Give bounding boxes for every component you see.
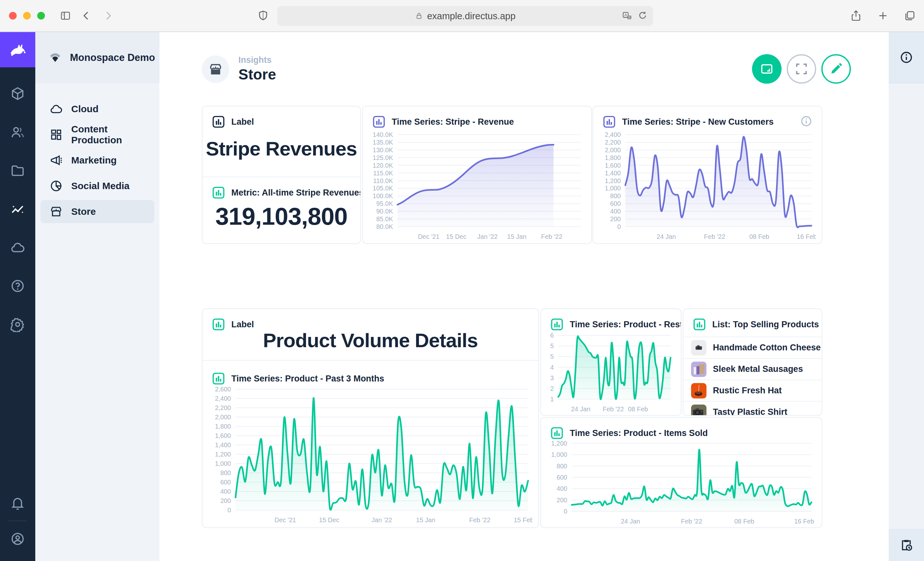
svg-text:16 Feb: 16 Feb (796, 233, 816, 240)
module-settings-icon[interactable] (0, 305, 35, 344)
svg-text:200: 200 (220, 497, 231, 504)
product-thumbnail (691, 405, 706, 416)
svg-text:Feb '22: Feb '22 (541, 233, 562, 240)
svg-text:600: 600 (220, 479, 231, 486)
pencil-icon (829, 62, 843, 76)
svg-text:2,200: 2,200 (215, 404, 231, 411)
metric-value: 319,103,800 (202, 202, 360, 230)
svg-text:90.0K: 90.0K (376, 208, 393, 215)
svg-text:08 Feb: 08 Feb (628, 405, 648, 413)
window-controls[interactable] (9, 12, 45, 19)
breadcrumb[interactable]: Insights (238, 55, 276, 65)
svg-text:1,800: 1,800 (215, 423, 231, 430)
sidebar-item-store[interactable]: Store (40, 200, 154, 223)
sidebar-info-button[interactable] (889, 32, 924, 83)
module-help-icon[interactable] (0, 267, 35, 305)
fullscreen-button[interactable] (787, 54, 816, 84)
svg-text:1,600: 1,600 (605, 162, 621, 169)
bar-chart-icon (372, 115, 386, 129)
sidebar-item-cloud[interactable]: Cloud (40, 97, 154, 121)
svg-text:120.0K: 120.0K (373, 162, 393, 169)
product-thumbnail (691, 362, 706, 377)
back-button[interactable] (80, 9, 93, 22)
present-mode-button[interactable] (752, 54, 782, 84)
svg-text:400: 400 (220, 488, 231, 495)
project-name: Monospace Demo (70, 52, 155, 63)
svg-text:24 Jan: 24 Jan (657, 233, 676, 240)
bar-chart-icon (550, 426, 564, 440)
panel-label-stripe[interactable]: Label Stripe Revenues Metric: All-time S… (202, 106, 361, 244)
svg-text:2,000: 2,000 (215, 414, 231, 420)
sidebar-item-social-media[interactable]: Social Media (40, 174, 154, 197)
panel-new-customers[interactable]: Time Series: Stripe - New Customers 2,40… (592, 106, 822, 244)
bell-icon (10, 495, 26, 511)
bar-chart-icon (550, 317, 564, 332)
panel-title: Time Series: Stripe - Revenue (392, 117, 514, 127)
svg-text:1,200: 1,200 (215, 451, 231, 458)
info-icon[interactable] (800, 115, 813, 129)
notifications-icon[interactable] (0, 485, 35, 521)
panel-title: Metric: All-time Stripe Revenues (231, 188, 361, 198)
product-name: Handmade Cotton Cheese (713, 343, 821, 353)
minimize-window-button[interactable] (23, 12, 31, 19)
list-item[interactable]: Tasty Plastic Shirt (683, 401, 822, 416)
forward-button[interactable] (101, 9, 114, 22)
megaphone-icon (50, 154, 63, 167)
grid-icon (50, 128, 63, 141)
svg-text:800: 800 (610, 192, 621, 199)
project-header[interactable]: Monospace Demo (35, 32, 159, 83)
reload-icon[interactable] (637, 10, 648, 21)
panel-stripe-revenue[interactable]: Time Series: Stripe - Revenue 140.0K135.… (362, 106, 592, 244)
list-item[interactable]: Sleek Metal Sausages (683, 358, 822, 380)
svg-text:16 Feb: 16 Feb (794, 518, 814, 525)
sidebar-item-marketing[interactable]: Marketing (40, 149, 154, 172)
restocks-chart: 655432124 JanFeb '2208 Feb (543, 332, 675, 414)
module-files-icon[interactable] (0, 151, 35, 190)
sidebar-item-label: Store (71, 206, 96, 217)
svg-text:Dec '21: Dec '21 (418, 233, 440, 240)
new-customers-chart: 2,4002,2002,0001,8001,6001,4001,2001,000… (596, 132, 816, 241)
dashboard-icon-circle (202, 55, 230, 83)
new-tab-icon[interactable] (876, 9, 890, 22)
directus-logo[interactable] (0, 32, 35, 67)
svg-text:6: 6 (550, 332, 554, 339)
sidebar-item-content-production[interactable]: Content Production (40, 123, 154, 146)
panel-items-sold[interactable]: Time Series: Product - Items Sold 1,2001… (540, 417, 822, 528)
address-bar[interactable]: example.directus.app A文 (277, 6, 653, 26)
svg-text:100.0K: 100.0K (373, 192, 393, 199)
close-window-button[interactable] (9, 12, 16, 19)
clipboard-clock-icon (899, 538, 914, 552)
browser-sidebar-toggle-icon[interactable] (59, 9, 72, 22)
tab-overview-icon[interactable] (903, 9, 916, 22)
panel-top-products[interactable]: List: Top Selling Products Handmade Cott… (683, 308, 822, 416)
svg-text:1,800: 1,800 (605, 154, 621, 161)
panel-restocks[interactable]: Time Series: Product - Restocks 65543212… (540, 308, 681, 416)
sidebar-activity-button[interactable] (889, 529, 924, 561)
translate-icon[interactable]: A文 (622, 10, 633, 21)
svg-text:95.0K: 95.0K (376, 200, 393, 207)
module-users-icon[interactable] (0, 113, 35, 151)
svg-text:1,200: 1,200 (551, 440, 567, 447)
svg-text:15 Jan: 15 Jan (416, 516, 435, 524)
svg-text:3: 3 (550, 374, 554, 381)
items-sold-chart: 1,2001,000800600400200024 JanFeb '2208 F… (543, 440, 816, 526)
module-cloud-icon[interactable] (0, 228, 35, 267)
list-item[interactable]: Rustic Fresh Hat (683, 380, 822, 401)
lock-icon (415, 12, 423, 20)
privacy-shield-icon[interactable] (256, 9, 270, 22)
panel-product-volume[interactable]: Label Product Volume Details Time Series… (202, 308, 539, 528)
svg-text:600: 600 (610, 200, 621, 207)
svg-text:400: 400 (556, 485, 567, 492)
user-menu-icon[interactable] (0, 521, 35, 557)
svg-text:80.0K: 80.0K (376, 223, 393, 230)
edit-dashboard-button[interactable] (821, 54, 851, 84)
module-content-icon[interactable] (0, 74, 35, 113)
share-icon[interactable] (850, 9, 862, 22)
right-sidebar (889, 32, 924, 561)
svg-text:1,600: 1,600 (215, 432, 231, 439)
svg-text:08 Feb: 08 Feb (749, 233, 769, 240)
panel-metric-stripe[interactable]: Metric: All-time Stripe Revenues 319,103… (202, 177, 360, 243)
list-item[interactable]: Handmade Cotton Cheese (683, 337, 822, 358)
zoom-window-button[interactable] (37, 12, 45, 19)
module-insights-icon[interactable] (0, 190, 35, 228)
